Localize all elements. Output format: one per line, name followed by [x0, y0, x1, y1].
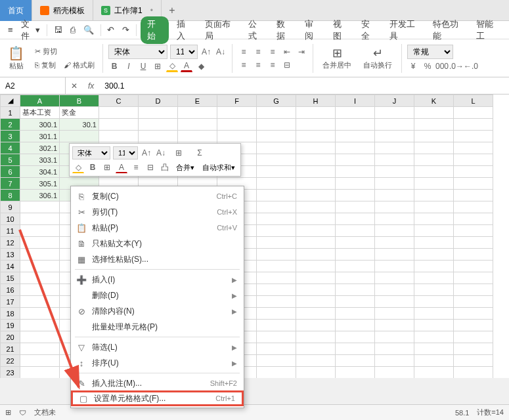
cell[interactable]	[414, 225, 454, 237]
mini-autosum-icon-button[interactable]: Σ	[190, 147, 209, 159]
cell[interactable]	[296, 166, 336, 178]
cell[interactable]	[375, 154, 414, 166]
align-bottom-button[interactable]: ≡	[267, 46, 278, 58]
mini-merge-button[interactable]: 合并▾	[173, 163, 197, 173]
menu-item[interactable]: 批量处理单元格(P)	[71, 319, 244, 335]
row-header[interactable]: 2	[1, 119, 20, 131]
row-header[interactable]: 7	[1, 178, 20, 190]
indent-right-button[interactable]: ⇥	[296, 46, 307, 58]
cell[interactable]: 30.1	[60, 119, 99, 131]
menu-item[interactable]: ↕ 排序(U) ▶	[71, 355, 244, 371]
menu-item[interactable]: 📋 粘贴(P) Ctrl+V	[71, 220, 244, 236]
row-header[interactable]: 16	[1, 284, 20, 296]
cell[interactable]	[20, 201, 60, 213]
ribbon-tab-data[interactable]: 数据	[271, 17, 297, 43]
highlight-button[interactable]: ◆	[195, 60, 207, 72]
cell[interactable]	[336, 119, 375, 131]
cell[interactable]	[296, 249, 336, 261]
distribute-button[interactable]: ⊟	[281, 59, 293, 71]
cell[interactable]	[414, 237, 454, 249]
cell[interactable]	[20, 296, 60, 308]
font-size-select[interactable]: 11	[170, 45, 198, 59]
menu-item[interactable]: ▢ 设置单元格格式(F)... Ctrl+1	[71, 390, 244, 406]
cell[interactable]	[454, 367, 493, 379]
cell[interactable]	[336, 201, 375, 213]
mini-fill-button[interactable]: ◇	[72, 161, 84, 173]
cell[interactable]	[414, 201, 454, 213]
cell[interactable]	[454, 131, 493, 142]
redo-icon[interactable]: ↷	[120, 24, 132, 36]
cell[interactable]	[296, 178, 336, 190]
menu-item[interactable]: 删除(D) ▶	[71, 287, 244, 303]
paste-button[interactable]: 📋 粘贴	[4, 44, 28, 72]
cell[interactable]	[414, 190, 454, 201]
cell[interactable]	[20, 320, 60, 331]
format-painter-button[interactable]: 🖌格式刷	[61, 59, 97, 72]
cell[interactable]	[139, 119, 178, 131]
cell[interactable]	[336, 249, 375, 261]
cell[interactable]	[414, 272, 454, 284]
cell[interactable]	[454, 213, 493, 225]
cell[interactable]	[414, 119, 454, 131]
menu-item[interactable]: ✂ 剪切(T) Ctrl+X	[71, 204, 244, 220]
cell[interactable]	[414, 213, 454, 225]
row-header[interactable]: 18	[1, 308, 20, 320]
cell[interactable]	[257, 272, 296, 284]
cell[interactable]	[454, 343, 493, 355]
cell[interactable]	[375, 178, 414, 190]
cell[interactable]	[336, 178, 375, 190]
print-icon[interactable]: ⎙	[68, 24, 78, 36]
cell[interactable]	[375, 131, 414, 142]
mini-size-select[interactable]: 11	[113, 146, 138, 159]
cell[interactable]	[454, 355, 493, 367]
decrease-font-button[interactable]: A↓	[215, 46, 227, 58]
row-header[interactable]: 12	[1, 237, 20, 249]
cell[interactable]	[414, 178, 454, 190]
cell[interactable]	[336, 261, 375, 272]
ribbon-tab-start[interactable]: 开始	[141, 16, 169, 44]
mini-bold-button[interactable]: B	[87, 161, 99, 173]
mini-merge-icon-button[interactable]: ⊞	[169, 147, 188, 159]
app-menu-button[interactable]: ≡	[5, 24, 16, 36]
row-header[interactable]: 20	[1, 331, 20, 343]
ribbon-tab-review[interactable]: 审阅	[299, 17, 325, 43]
cell[interactable]	[257, 331, 296, 343]
cell[interactable]	[454, 154, 493, 166]
currency-button[interactable]: ¥	[407, 60, 419, 72]
cell[interactable]	[336, 367, 375, 379]
column-header[interactable]: C	[99, 95, 139, 107]
column-header[interactable]: E	[178, 95, 217, 107]
cell[interactable]	[375, 249, 414, 261]
cell[interactable]	[375, 213, 414, 225]
row-header[interactable]: 15	[1, 272, 20, 284]
cell[interactable]	[336, 213, 375, 225]
cell[interactable]	[414, 296, 454, 308]
increase-font-button[interactable]: A↑	[200, 46, 212, 58]
ribbon-tab-insert[interactable]: 插入	[171, 17, 197, 43]
cell[interactable]	[257, 355, 296, 367]
fill-color-button[interactable]: ◇	[166, 60, 178, 72]
cell[interactable]	[336, 190, 375, 201]
cell[interactable]	[454, 201, 493, 213]
column-header[interactable]: J	[375, 95, 414, 107]
cell[interactable]	[336, 131, 375, 142]
cell[interactable]: 302.1	[20, 142, 60, 154]
cell[interactable]	[257, 320, 296, 331]
cell[interactable]	[454, 166, 493, 178]
column-header[interactable]: F	[217, 95, 257, 107]
align-right-button[interactable]: ≡	[267, 59, 278, 71]
row-header[interactable]: 19	[1, 320, 20, 331]
cell[interactable]	[454, 190, 493, 201]
cell[interactable]	[296, 131, 336, 142]
cell[interactable]	[414, 131, 454, 142]
cell[interactable]: 306.1	[20, 190, 60, 201]
cell[interactable]	[217, 119, 257, 131]
cell[interactable]	[257, 154, 296, 166]
row-header[interactable]: 22	[1, 355, 20, 367]
wrap-text-button[interactable]: ↵ 自动换行	[359, 45, 396, 72]
row-header[interactable]: 21	[1, 343, 20, 355]
mini-autosum-button[interactable]: 自动求和▾	[200, 163, 238, 173]
cell[interactable]: 304.1	[20, 166, 60, 178]
save-icon[interactable]: 🖫	[51, 24, 65, 36]
cell[interactable]	[257, 107, 296, 119]
